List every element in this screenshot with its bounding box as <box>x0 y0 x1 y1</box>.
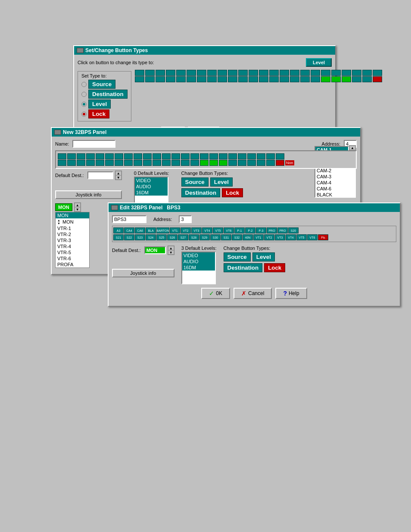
bps-grid-btn[interactable] <box>86 160 95 166</box>
bps-grid-btn[interactable] <box>181 153 190 159</box>
bps-grid-btn-pro1[interactable]: PRO <box>267 227 277 233</box>
bps-grid-btn[interactable] <box>247 160 256 166</box>
grid-btn[interactable] <box>176 76 186 82</box>
grid-btn[interactable] <box>362 70 372 76</box>
grid-btn[interactable] <box>300 76 310 82</box>
grid-btn[interactable] <box>290 70 299 76</box>
edit-level-item-video[interactable]: VIDEO <box>182 252 215 258</box>
edit-level-item-audio[interactable]: AUDIO <box>182 258 215 264</box>
change-dest-button[interactable]: Destination <box>181 188 221 197</box>
bps-grid-btn-green[interactable] <box>209 160 218 166</box>
bps-grid-btn[interactable] <box>171 153 180 159</box>
radio-destination[interactable]: Destination <box>81 90 128 99</box>
bps-grid-btn[interactable] <box>153 160 161 166</box>
bps-grid-btn[interactable] <box>266 153 275 159</box>
grid-btn[interactable] <box>321 70 330 76</box>
bps-grid-btn[interactable] <box>143 153 152 159</box>
edit-dest-spinner-up[interactable]: ▲ <box>168 246 174 250</box>
grid-btn[interactable] <box>156 76 165 82</box>
bps-grid-btn-r-vt1[interactable]: VT1 <box>253 234 264 240</box>
bps-grid-btn-ca6[interactable]: CA6 <box>135 227 145 233</box>
bps-grid-btn-r-vt2[interactable]: VT2 <box>264 234 274 240</box>
bps-grid-btn[interactable] <box>238 160 246 166</box>
bps-grid-btn-green[interactable] <box>219 160 227 166</box>
bps-grid-btn[interactable] <box>67 160 76 166</box>
bps-grid-btn[interactable] <box>96 160 104 166</box>
bps-grid-btn[interactable] <box>124 153 133 159</box>
bps-grid-btn-s27[interactable]: S27 <box>178 234 188 240</box>
bps-grid-btn-pls[interactable]: Pls <box>318 234 328 240</box>
bps-grid-btn[interactable] <box>228 160 237 166</box>
grid-btn[interactable] <box>166 70 175 76</box>
bps-grid-btn[interactable] <box>162 153 171 159</box>
level-type-button[interactable]: Level <box>306 58 332 67</box>
source-radio-btn[interactable]: Source <box>88 80 115 89</box>
grid-btn[interactable] <box>135 70 144 76</box>
bps-grid-btn-r-vt4[interactable]: VT4 <box>286 234 296 240</box>
edit-joystick-button[interactable]: Joystick info <box>112 269 174 277</box>
bps-grid-btn[interactable] <box>105 160 114 166</box>
edit-default-dest-input[interactable] <box>144 246 166 254</box>
bps-grid-btn[interactable] <box>257 153 265 159</box>
edit-levels-listbox[interactable]: VIDEO AUDIO 16DM <box>181 252 216 284</box>
change-level-button[interactable]: Level <box>210 177 233 187</box>
list-item[interactable]: CAM-4 <box>315 180 355 186</box>
bps-grid-btn-s20[interactable]: S20 <box>288 227 299 233</box>
level-radio-btn[interactable]: Level <box>88 100 111 109</box>
bps-grid-btn-r-vt6[interactable]: VT6 <box>307 234 318 240</box>
bps-grid-btn-s28[interactable]: S28 <box>189 234 199 240</box>
bps-grid-btn-s21[interactable]: S21 <box>113 234 124 240</box>
edit-level-item-16dm[interactable]: 16DM <box>182 264 215 271</box>
name-input[interactable] <box>72 140 115 148</box>
grid-btn[interactable] <box>249 76 258 82</box>
grid-btn[interactable] <box>238 76 248 82</box>
edit-ok-button[interactable]: ✓ 0K <box>201 288 230 299</box>
dropdown-item-vtr2[interactable]: VTR-2 <box>56 231 89 237</box>
bps-grid-btn-a3[interactable]: A3 <box>113 227 124 233</box>
grid-btn[interactable] <box>197 70 206 76</box>
grid-btn[interactable] <box>218 70 227 76</box>
change-lock-button[interactable]: Lock <box>222 188 243 197</box>
grid-btn[interactable] <box>197 76 206 82</box>
edit-change-lock-button[interactable]: Lock <box>264 263 285 272</box>
grid-btn[interactable] <box>176 70 186 76</box>
level-item-video[interactable]: VIDEO <box>135 177 168 184</box>
bps-grid-btn-s25[interactable]: S25 <box>156 234 167 240</box>
bps-grid-btn[interactable] <box>276 153 284 159</box>
grid-btn[interactable] <box>331 70 341 76</box>
bps-grid-btn-40n[interactable]: 40N <box>243 234 253 240</box>
edit-dest-spinner-down[interactable]: ▼ <box>168 250 174 255</box>
dropdown-item-profa[interactable]: PROFA <box>56 261 89 268</box>
bps-grid-btn-vt4[interactable]: VT4 <box>202 227 212 233</box>
dropdown-item-vtr4[interactable]: VTR-4 <box>56 243 89 249</box>
grid-btn-green[interactable] <box>321 76 330 82</box>
bps-grid-btn[interactable] <box>162 160 171 166</box>
bps-grid-btn[interactable] <box>190 160 199 166</box>
level-item-audio[interactable]: AUDIO <box>135 184 168 190</box>
grid-btn-green[interactable] <box>331 76 341 82</box>
bps-grid-btn-s24[interactable]: S24 <box>146 234 156 240</box>
edit-change-dest-button[interactable]: Destination <box>224 263 263 272</box>
bps-grid-btn-vt3[interactable]: VT3 <box>191 227 202 233</box>
bps-grid-btn-s32[interactable]: S32 <box>232 234 242 240</box>
bps-grid-btn[interactable] <box>58 153 66 159</box>
grid-btn[interactable] <box>187 76 196 82</box>
grid-btn[interactable] <box>280 70 289 76</box>
bps-grid-btn[interactable] <box>181 160 190 166</box>
grid-btn[interactable] <box>311 70 320 76</box>
edit-address-input[interactable] <box>179 215 192 223</box>
dropdown-item-mon2[interactable]: ▲ ▼ MON <box>56 218 89 225</box>
mon-spinner[interactable]: ▲ ▼ <box>74 202 81 212</box>
bps-grid-btn[interactable] <box>77 153 85 159</box>
dropdown-item-vtr1[interactable]: VTR-1 <box>56 225 89 231</box>
bps-grid-btn[interactable] <box>171 160 180 166</box>
dropdown-item-vtr3[interactable]: VTR-3 <box>56 237 89 243</box>
bps-grid-btn-vt5[interactable]: VT5 <box>213 227 223 233</box>
edit-name-input[interactable] <box>112 215 146 223</box>
bps-grid-btn[interactable] <box>105 153 114 159</box>
bps-grid-btn-p1[interactable]: P-1 <box>234 227 245 233</box>
bps-grid-btn[interactable] <box>190 153 199 159</box>
bps-grid-btn-s31[interactable]: S31 <box>221 234 231 240</box>
level-item-16dm[interactable]: 16DM <box>135 190 168 196</box>
list-item[interactable]: CAM-3 <box>315 174 355 180</box>
